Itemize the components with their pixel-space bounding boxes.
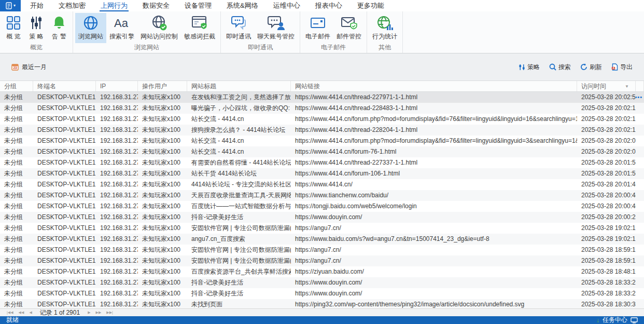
- website-access-control-button[interactable]: 网站访问控制: [137, 13, 181, 43]
- menu-tab[interactable]: 数据安全: [142, 0, 171, 11]
- table-row[interactable]: 未分组 DESKTOP-VLKTLE1 192.168.31.27 未知玩家x1…: [0, 190, 644, 201]
- date-range-filter[interactable]: 23 最近一月: [11, 63, 47, 72]
- cell-group: 未分组: [0, 266, 33, 277]
- column-header-group[interactable]: 分组: [0, 81, 33, 91]
- table-row[interactable]: 未分组 DESKTOP-VLKTLE1 192.168.31.27 未知玩家x1…: [0, 157, 644, 168]
- filter-bar: 23 最近一月 策略 搜索 刷新 A 导出: [0, 53, 644, 80]
- table-row[interactable]: 未分组 DESKTOP-VLKTLE1 192.168.31.27 未知玩家x1…: [0, 255, 644, 266]
- cell-terminal: DESKTOP-VLKTLE1: [33, 212, 96, 223]
- forward-page-button[interactable]: ▶▶: [93, 309, 104, 316]
- cell-time: 2025-03-28 20:00:40: [577, 201, 636, 212]
- table-row[interactable]: 未分组 DESKTOP-VLKTLE1 192.168.31.27 未知玩家x1…: [0, 212, 644, 223]
- rewind-page-button[interactable]: ◀◀: [16, 309, 27, 316]
- email-button[interactable]: 电子邮件: [302, 13, 333, 43]
- menu-tab[interactable]: 开始: [29, 0, 45, 11]
- first-page-button[interactable]: |◀◀: [4, 309, 16, 316]
- menu-tab[interactable]: 文档加密: [58, 0, 87, 11]
- table-row[interactable]: 未分组 DESKTOP-VLKTLE1 192.168.31.27 未知玩家x1…: [0, 266, 644, 277]
- column-header-url[interactable]: 网站链接: [291, 81, 577, 91]
- task-center-button[interactable]: 任务中心: [603, 316, 627, 324]
- policy-button[interactable]: 策 略: [25, 13, 48, 43]
- column-header-terminal[interactable]: 终端名: [33, 81, 96, 91]
- cell-user: 未知玩家x100: [138, 266, 187, 277]
- menu-tab[interactable]: 系统&网络: [226, 0, 259, 11]
- status-bar: 就绪 ↓ 任务中心: [0, 316, 644, 324]
- ribbon-group-browse: 浏览网站 Aa 搜索引擎 网站访问控制 敏感词拦截 浏览网站: [73, 11, 221, 53]
- last-page-button[interactable]: ▶▶|: [104, 309, 116, 316]
- cell-ip: 192.168.31.27: [96, 146, 138, 157]
- table-row[interactable]: 未分组 DESKTOP-VLKTLE1 192.168.31.27 未知玩家x1…: [0, 114, 644, 125]
- cell-user: 未知玩家x100: [138, 234, 187, 245]
- table-row[interactable]: 未分组 DESKTOP-VLKTLE1 192.168.31.27 未知玩家x1…: [0, 223, 644, 234]
- cell-title: 抖音-记录美好生活: [187, 212, 291, 223]
- sensitive-word-block-icon: [191, 15, 208, 31]
- chat-account-control-button[interactable]: 聊天账号管控: [254, 13, 298, 43]
- cell-ip: 192.168.31.27: [96, 299, 138, 308]
- policy-action-button[interactable]: 策略: [519, 63, 540, 72]
- behavior-stats-button[interactable]: 行为统计: [369, 13, 400, 43]
- cell-group: 未分组: [0, 146, 33, 157]
- sort-filter-arrow-icon[interactable]: ▼: [625, 81, 629, 91]
- row-actions-menu[interactable]: •••: [636, 92, 642, 103]
- cell-group: 未分组: [0, 136, 33, 146]
- cell-user: 未知玩家x100: [138, 255, 187, 266]
- cell-url: https://www.baidu.com/s?wd=angu7.cn&tn=1…: [291, 234, 577, 245]
- menu-tab[interactable]: 运维中心: [272, 0, 301, 11]
- cell-url: https://www.douyin.com/: [291, 212, 577, 223]
- search-engine-button[interactable]: Aa 搜索引擎: [106, 13, 137, 43]
- table-row[interactable]: 未分组 DESKTOP-VLKTLE1 192.168.31.27 未知玩家x1…: [0, 103, 644, 114]
- table-row[interactable]: 未分组 DESKTOP-VLKTLE1 192.168.31.27 未知玩家x1…: [0, 179, 644, 190]
- menu-tab[interactable]: 设备管理: [184, 0, 213, 11]
- table-row[interactable]: 未分组 DESKTOP-VLKTLE1 192.168.31.27 未知玩家x1…: [0, 288, 644, 299]
- table-row[interactable]: 未分组 DESKTOP-VLKTLE1 192.168.31.27 未知玩家x1…: [0, 245, 644, 255]
- overview-button[interactable]: 概 览: [2, 13, 25, 43]
- column-header-time[interactable]: 访问时间 ▼: [577, 81, 636, 91]
- table-row[interactable]: 未分组 DESKTOP-VLKTLE1 192.168.31.27 未知玩家x1…: [0, 92, 644, 103]
- menu-tab[interactable]: 上网行为: [100, 0, 129, 11]
- menu-tabs: 开始 文档加密 上网行为 数据安全 设备管理 系统&网络 运维中心 报表中心 更…: [29, 0, 385, 11]
- cell-ip: 192.168.31.27: [96, 245, 138, 255]
- cell-terminal: DESKTOP-VLKTLE1: [33, 103, 96, 114]
- table-row[interactable]: 未分组 DESKTOP-VLKTLE1 192.168.31.27 未知玩家x1…: [0, 201, 644, 212]
- cell-user: 未知玩家x100: [138, 114, 187, 125]
- search-button[interactable]: 搜索: [549, 63, 571, 72]
- cell-title: 站长干货 4414站长论坛: [187, 168, 291, 179]
- table-row[interactable]: 未分组 DESKTOP-VLKTLE1 192.168.31.27 未知玩家x1…: [0, 277, 644, 288]
- table-row[interactable]: 未分组 DESKTOP-VLKTLE1 192.168.31.27 未知玩家x1…: [0, 299, 644, 308]
- cell-time: 2025-03-28 20:02:17: [577, 114, 636, 125]
- table-row[interactable]: 未分组 DESKTOP-VLKTLE1 192.168.31.27 未知玩家x1…: [0, 146, 644, 157]
- table-row[interactable]: 未分组 DESKTOP-VLKTLE1 192.168.31.27 未知玩家x1…: [0, 168, 644, 179]
- refresh-button[interactable]: 刷新: [580, 63, 602, 72]
- cell-time: 2025-03-28 19:02:19: [577, 223, 636, 234]
- table-row[interactable]: 未分组 DESKTOP-VLKTLE1 192.168.31.27 未知玩家x1…: [0, 234, 644, 245]
- email-control-button[interactable]: 邮件管控: [333, 13, 365, 43]
- menu-tab[interactable]: 报表中心: [314, 0, 343, 11]
- column-header-user[interactable]: 操作用户: [138, 81, 187, 91]
- prev-page-button[interactable]: ◀: [26, 309, 34, 316]
- export-button[interactable]: A 导出: [611, 63, 633, 72]
- alert-button[interactable]: 告 警: [48, 13, 71, 43]
- cell-group: 未分组: [0, 201, 33, 212]
- browse-website-button[interactable]: 浏览网站: [75, 13, 106, 43]
- next-page-button[interactable]: ▶: [85, 309, 93, 316]
- cell-group: 未分组: [0, 245, 33, 255]
- sensitive-word-block-button[interactable]: 敏感词拦截: [181, 13, 218, 43]
- menu-tab[interactable]: 更多功能: [356, 0, 385, 11]
- cell-group: 未分组: [0, 299, 33, 308]
- app-menu-button[interactable]: ▾: [0, 0, 21, 11]
- menu-tab-label: 设备管理: [185, 1, 212, 10]
- cell-user: 未知玩家x100: [138, 299, 187, 308]
- search-icon: [549, 63, 556, 71]
- monitor-icon[interactable]: [631, 317, 638, 323]
- instant-message-button[interactable]: 即时通讯: [223, 13, 254, 43]
- cell-user: 未知玩家x100: [138, 288, 187, 299]
- column-header-ip[interactable]: IP: [96, 81, 138, 91]
- cell-time: 2025-03-28 18:33:25: [577, 288, 636, 299]
- table-body: 未分组 DESKTOP-VLKTLE1 192.168.31.27 未知玩家x1…: [0, 92, 644, 308]
- column-header-title[interactable]: 网站标题: [187, 81, 291, 91]
- email-icon: [310, 15, 326, 31]
- cell-time: 2025-03-28 20:02:58: [577, 92, 636, 103]
- table-row[interactable]: 未分组 DESKTOP-VLKTLE1 192.168.31.27 未知玩家x1…: [0, 136, 644, 146]
- cell-time: 2025-03-28 18:59:15: [577, 255, 636, 266]
- table-row[interactable]: 未分组 DESKTOP-VLKTLE1 192.168.31.27 未知玩家x1…: [0, 125, 644, 136]
